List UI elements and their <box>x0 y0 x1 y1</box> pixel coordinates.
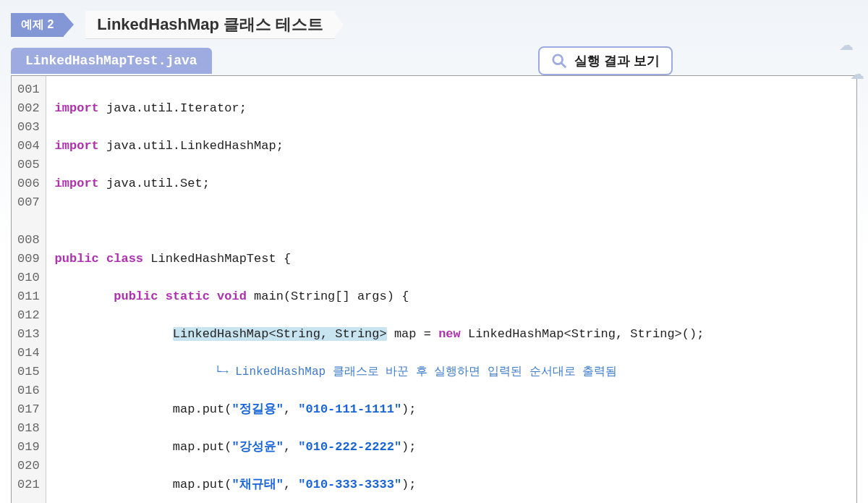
code-text: , <box>284 440 298 454</box>
annotation-text: LinkedHashMap 클래스로 바꾼 후 실행하면 입력된 순서대로 출력… <box>235 365 617 379</box>
file-tab[interactable]: LinkedHashMapTest.java <box>11 48 212 74</box>
line-number <box>17 212 40 231</box>
code-text: ); <box>401 440 416 454</box>
code-text: , <box>284 402 298 416</box>
keyword-import: import <box>55 177 99 190</box>
cloud-decoration: ☁ <box>839 36 854 54</box>
run-button-label: 실행 결과 보기 <box>574 52 660 69</box>
code-text: ); <box>401 478 416 491</box>
string-literal: "010-333-3333" <box>298 478 401 491</box>
keyword-import: import <box>55 101 99 115</box>
search-icon <box>551 53 567 69</box>
line-number: 007 <box>17 193 40 212</box>
line-number: 002 <box>17 99 40 118</box>
code-text: LinkedHashMap<String, String>(); <box>461 327 705 341</box>
line-number: 001 <box>17 80 40 99</box>
line-number: 018 <box>17 419 40 438</box>
svg-point-0 <box>553 55 563 64</box>
keyword-void: void <box>217 289 247 303</box>
code-text: map = <box>387 327 438 341</box>
file-tab-row: LinkedHashMapTest.java 실행 결과 보기 <box>0 39 868 75</box>
string-literal: "채규태" <box>231 478 283 491</box>
line-number: 010 <box>17 269 40 287</box>
line-number: 009 <box>17 250 40 269</box>
line-number: 005 <box>17 156 40 174</box>
line-number: 015 <box>17 363 40 381</box>
line-number: 017 <box>17 400 40 419</box>
code-text: LinkedHashMapTest { <box>143 252 291 266</box>
string-literal: "정길용" <box>231 402 283 416</box>
code-editor: 001002003004005006007 008009010011012013… <box>11 75 857 503</box>
example-title: LinkedHashMap 클래스 테스트 <box>85 11 335 39</box>
line-number: 020 <box>17 457 40 475</box>
code-text: main(String[] args) { <box>247 289 409 303</box>
line-number: 021 <box>17 475 40 494</box>
annotation-arrow-icon: └→ <box>214 365 235 379</box>
code-content[interactable]: import java.util.Iterator; import java.u… <box>46 76 856 503</box>
highlighted-code: LinkedHashMap<String, String> <box>173 327 387 341</box>
line-number: 012 <box>17 306 40 325</box>
example-header: 예제 2 LinkedHashMap 클래스 테스트 <box>0 0 868 39</box>
line-number: 014 <box>17 344 40 363</box>
line-number: 011 <box>17 287 40 306</box>
code-text: ); <box>401 402 416 416</box>
line-number: 003 <box>17 118 40 137</box>
line-number-gutter: 001002003004005006007 008009010011012013… <box>12 76 46 503</box>
code-text: map.put( <box>173 440 232 454</box>
line-number: 006 <box>17 174 40 193</box>
keyword-class: class <box>106 252 143 266</box>
string-literal: "010-111-1111" <box>298 402 401 416</box>
keyword-new: new <box>438 327 461 341</box>
line-number: 019 <box>17 438 40 457</box>
keyword-static: static <box>166 289 210 303</box>
line-number: 004 <box>17 137 40 156</box>
keyword-public: public <box>55 252 99 266</box>
string-literal: "강성윤" <box>231 440 283 454</box>
code-text: java.util.LinkedHashMap; <box>99 139 284 153</box>
code-text: map.put( <box>173 478 232 491</box>
code-text: java.util.Iterator; <box>99 101 247 115</box>
cloud-decoration: ☁ <box>850 65 864 83</box>
example-badge: 예제 2 <box>11 13 64 37</box>
line-number: 008 <box>17 231 40 250</box>
keyword-import: import <box>55 139 99 153</box>
string-literal: "010-222-2222" <box>298 440 401 454</box>
keyword-public: public <box>114 289 158 303</box>
svg-line-1 <box>561 63 566 67</box>
line-number: 013 <box>17 325 40 344</box>
line-number: 016 <box>17 381 40 400</box>
code-text: , <box>284 478 298 491</box>
run-result-button[interactable]: 실행 결과 보기 <box>538 46 673 75</box>
code-text: java.util.Set; <box>99 177 210 190</box>
code-text: map.put( <box>173 402 232 416</box>
